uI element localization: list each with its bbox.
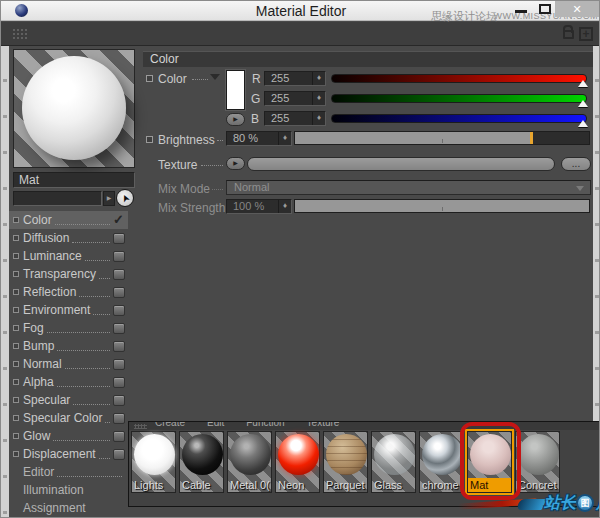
toolbar-grip-handle[interactable] [12,28,27,41]
r-gradient-slider[interactable] [331,74,587,83]
material-thumb-parquet[interactable]: Parquet [323,431,368,493]
channel-bullet [13,289,19,295]
material-manager-menubar[interactable]: Create Edit Function Texture [129,422,600,430]
channel-row-illumination[interactable]: Illumination [9,481,128,499]
material-thumb-cable[interactable]: Cable [179,431,224,493]
menu-texture[interactable]: Texture [307,422,340,428]
spinner-arrows-icon[interactable]: ♦ [278,200,291,213]
pick-material-icon[interactable]: ➤ [116,189,134,207]
color-expand-icon[interactable]: ▶ [226,113,245,126]
material-name-input[interactable]: Mat [13,172,135,188]
dotted-leader [201,157,223,166]
channel-row-displacement[interactable]: Displacement [9,445,128,463]
texture-path-field[interactable] [247,157,555,171]
maximize-button[interactable] [539,4,551,14]
channel-row-color[interactable]: Color ✓ [9,211,128,229]
mix-strength-value-input[interactable]: 100 %♦ [226,199,292,214]
spinner-arrows-icon[interactable]: ♦ [312,92,325,105]
channel-checkbox[interactable] [113,377,125,388]
red-highlight-annotation [460,422,521,500]
channel-checkbox[interactable] [113,431,125,442]
preset-dropdown[interactable] [13,191,102,206]
channel-checkbox[interactable] [113,341,125,352]
channel-checkbox[interactable] [113,305,125,316]
material-sphere [326,434,367,475]
brightness-value-input[interactable]: 80 %♦ [226,131,292,146]
color-swatch[interactable] [226,70,245,110]
material-sphere [518,434,559,475]
g-gradient-slider[interactable] [331,94,587,103]
mix-mode-label: Mix Mode [158,182,210,196]
mix-strength-value: 100 % [233,200,264,212]
channel-checked-icon[interactable]: ✓ [113,214,125,226]
preset-dropdown-arrow-icon[interactable]: ▶ [103,191,115,206]
channel-checkbox[interactable] [113,449,125,460]
r-value-input[interactable]: 255♦ [264,71,326,86]
menu-function[interactable]: Function [246,422,284,428]
channel-row-alpha[interactable]: Alpha [9,373,128,391]
material-preview[interactable] [13,49,135,168]
color-collapse-icon[interactable] [210,74,220,80]
channel-row-diffusion[interactable]: Diffusion [9,229,128,247]
b-value-input[interactable]: 255♦ [264,111,326,126]
channel-checkbox[interactable] [113,251,125,262]
channel-row-specular[interactable]: Specular [9,391,128,409]
channel-row-transparency[interactable]: Transparency [9,265,128,283]
right-edge-scrollbar[interactable] [593,46,600,421]
material-thumb-concret[interactable]: Concret [515,431,560,493]
left-edge-scrollbar[interactable] [1,46,9,518]
brightness-enable-checkbox[interactable] [146,136,153,143]
dotted-leader [85,252,110,261]
lock-icon[interactable] [563,30,574,39]
channel-checkbox[interactable] [113,269,125,280]
channel-row-editor[interactable]: Editor [9,463,128,481]
spinner-arrows-icon[interactable]: ♦ [278,132,291,145]
channel-row-fog[interactable]: Fog [9,319,128,337]
minimize-button[interactable] [515,10,527,13]
mix-mode-dropdown[interactable]: Normal [226,180,591,195]
color-enable-checkbox[interactable] [146,75,153,82]
g-value-input[interactable]: 255♦ [264,91,326,106]
channel-checkbox[interactable] [113,395,125,406]
channel-checkbox[interactable] [113,287,125,298]
brightness-slider[interactable] [294,131,590,145]
material-thumb-glass[interactable]: Glass [371,431,416,493]
add-icon[interactable]: + [579,27,593,41]
titlebar[interactable]: Material Editor 思缘设计论坛 WWW.MISSYUAN.COM … [1,1,600,21]
channel-row-environment[interactable]: Environment [9,301,128,319]
texture-expand-icon[interactable]: ▶ [226,157,245,170]
spinner-arrows-icon[interactable]: ♦ [312,112,325,125]
channel-checkbox[interactable] [113,413,125,424]
brightness-slider-handle[interactable] [530,132,533,144]
slider-handle-icon[interactable] [578,80,588,87]
channel-row-bump[interactable]: Bump [9,337,128,355]
spinner-arrows-icon[interactable]: ♦ [312,72,325,85]
channel-bullet [13,361,19,367]
b-gradient-slider[interactable] [331,114,587,123]
material-thumb-lights[interactable]: Lights [131,431,176,493]
texture-browse-button[interactable]: ... [561,157,591,171]
channel-checkbox[interactable] [113,359,125,370]
channel-row-normal[interactable]: Normal [9,355,128,373]
preview-sphere [22,56,126,160]
g-value: 255 [271,92,289,104]
brightness-label: Brightness [158,133,215,147]
mix-strength-slider[interactable] [294,199,590,213]
close-button[interactable]: ✕ [555,1,599,17]
slider-handle-icon[interactable] [578,100,588,107]
material-thumb-metal[interactable]: Metal 0( [227,431,272,493]
slider-tick [442,139,443,143]
channel-row-assignment[interactable]: Assignment [9,499,128,517]
material-thumb-chrome[interactable]: chrome [419,431,464,493]
channel-row-luminance[interactable]: Luminance [9,247,128,265]
channel-checkbox[interactable] [113,233,125,244]
slider-handle-icon[interactable] [578,120,588,127]
channel-checkbox[interactable] [113,323,125,334]
material-thumb-neon[interactable]: Neon [275,431,320,493]
menu-create[interactable]: Create [155,422,185,428]
dotted-leader [73,396,110,405]
menu-edit[interactable]: Edit [207,422,224,428]
channel-row-glow[interactable]: Glow [9,427,128,445]
channel-row-specular-color[interactable]: Specular Color [9,409,128,427]
channel-row-reflection[interactable]: Reflection [9,283,128,301]
